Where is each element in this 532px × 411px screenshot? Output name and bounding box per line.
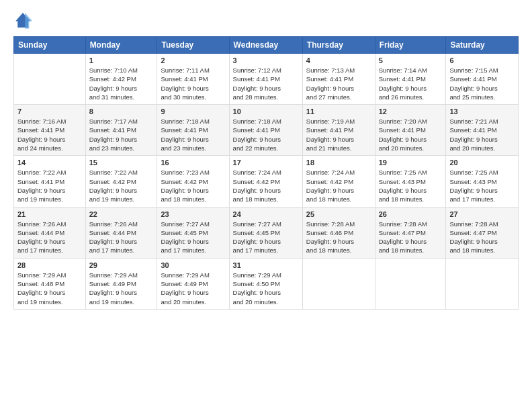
calendar-cell: 8Sunrise: 7:17 AM Sunset: 4:41 PM Daylig…: [85, 105, 157, 156]
day-number: 28: [17, 261, 82, 269]
day-info: Sunrise: 7:21 AM Sunset: 4:41 PM Dayligh…: [449, 117, 515, 152]
day-number: 9: [161, 107, 225, 116]
calendar-day-header: Saturday: [446, 37, 519, 54]
calendar-cell: 12Sunrise: 7:20 AM Sunset: 4:41 PM Dayli…: [375, 105, 446, 156]
calendar-cell: 18Sunrise: 7:24 AM Sunset: 4:42 PM Dayli…: [302, 156, 375, 207]
day-info: Sunrise: 7:14 AM Sunset: 4:41 PM Dayligh…: [379, 66, 443, 101]
day-info: Sunrise: 7:28 AM Sunset: 4:47 PM Dayligh…: [449, 220, 515, 255]
calendar-cell: 19Sunrise: 7:25 AM Sunset: 4:43 PM Dayli…: [375, 156, 446, 207]
day-info: Sunrise: 7:26 AM Sunset: 4:44 PM Dayligh…: [89, 220, 154, 255]
calendar-cell: 31Sunrise: 7:29 AM Sunset: 4:50 PM Dayli…: [229, 258, 302, 309]
day-info: Sunrise: 7:23 AM Sunset: 4:42 PM Dayligh…: [161, 168, 225, 203]
day-info: Sunrise: 7:10 AM Sunset: 4:42 PM Dayligh…: [89, 66, 154, 101]
day-number: 30: [161, 261, 225, 269]
calendar-cell: [302, 258, 375, 309]
day-info: Sunrise: 7:29 AM Sunset: 4:48 PM Dayligh…: [17, 271, 82, 306]
day-number: 14: [17, 158, 82, 167]
calendar-cell: 9Sunrise: 7:18 AM Sunset: 4:41 PM Daylig…: [157, 105, 229, 156]
day-info: Sunrise: 7:29 AM Sunset: 4:50 PM Dayligh…: [233, 271, 299, 306]
calendar-cell: 5Sunrise: 7:14 AM Sunset: 4:41 PM Daylig…: [375, 54, 446, 105]
day-number: 1: [89, 56, 154, 64]
day-number: 13: [449, 107, 515, 116]
day-info: Sunrise: 7:29 AM Sunset: 4:49 PM Dayligh…: [161, 271, 225, 306]
calendar-cell: 24Sunrise: 7:27 AM Sunset: 4:45 PM Dayli…: [229, 207, 302, 258]
day-info: Sunrise: 7:11 AM Sunset: 4:41 PM Dayligh…: [161, 66, 225, 101]
day-number: 20: [449, 158, 515, 167]
day-number: 24: [233, 210, 299, 218]
calendar-header-row: SundayMondayTuesdayWednesdayThursdayFrid…: [14, 37, 519, 54]
calendar-week-row: 1Sunrise: 7:10 AM Sunset: 4:42 PM Daylig…: [14, 54, 519, 105]
day-number: 16: [161, 158, 225, 167]
day-info: Sunrise: 7:24 AM Sunset: 4:42 PM Dayligh…: [306, 168, 371, 203]
day-number: 22: [89, 210, 154, 218]
day-number: 5: [379, 56, 443, 64]
calendar-cell: 30Sunrise: 7:29 AM Sunset: 4:49 PM Dayli…: [157, 258, 229, 309]
day-number: 17: [233, 158, 299, 167]
day-info: Sunrise: 7:26 AM Sunset: 4:44 PM Dayligh…: [17, 220, 82, 255]
calendar-day-header: Friday: [375, 37, 446, 54]
day-info: Sunrise: 7:18 AM Sunset: 4:41 PM Dayligh…: [233, 117, 299, 152]
calendar-cell: 17Sunrise: 7:24 AM Sunset: 4:42 PM Dayli…: [229, 156, 302, 207]
day-info: Sunrise: 7:12 AM Sunset: 4:41 PM Dayligh…: [233, 66, 299, 101]
day-number: 7: [17, 107, 82, 116]
calendar-cell: 14Sunrise: 7:22 AM Sunset: 4:41 PM Dayli…: [14, 156, 86, 207]
day-number: 19: [379, 158, 443, 167]
page: SundayMondayTuesdayWednesdayThursdayFrid…: [0, 0, 532, 411]
calendar-cell: 16Sunrise: 7:23 AM Sunset: 4:42 PM Dayli…: [157, 156, 229, 207]
header: [13, 11, 519, 30]
calendar-cell: 21Sunrise: 7:26 AM Sunset: 4:44 PM Dayli…: [14, 207, 86, 258]
calendar-cell: 15Sunrise: 7:22 AM Sunset: 4:42 PM Dayli…: [85, 156, 157, 207]
calendar-cell: 28Sunrise: 7:29 AM Sunset: 4:48 PM Dayli…: [14, 258, 86, 309]
day-number: 21: [17, 210, 82, 218]
calendar-cell: 4Sunrise: 7:13 AM Sunset: 4:41 PM Daylig…: [302, 54, 375, 105]
calendar-day-header: Monday: [85, 37, 157, 54]
calendar-week-row: 7Sunrise: 7:16 AM Sunset: 4:41 PM Daylig…: [14, 105, 519, 156]
day-number: 2: [161, 56, 225, 64]
calendar-cell: [14, 54, 86, 105]
day-number: 31: [233, 261, 299, 269]
calendar-cell: 13Sunrise: 7:21 AM Sunset: 4:41 PM Dayli…: [446, 105, 519, 156]
calendar-cell: 6Sunrise: 7:15 AM Sunset: 4:41 PM Daylig…: [446, 54, 519, 105]
calendar-cell: 29Sunrise: 7:29 AM Sunset: 4:49 PM Dayli…: [85, 258, 157, 309]
calendar-cell: 1Sunrise: 7:10 AM Sunset: 4:42 PM Daylig…: [85, 54, 157, 105]
day-info: Sunrise: 7:27 AM Sunset: 4:45 PM Dayligh…: [161, 220, 225, 255]
calendar-day-header: Wednesday: [229, 37, 302, 54]
calendar-cell: 10Sunrise: 7:18 AM Sunset: 4:41 PM Dayli…: [229, 105, 302, 156]
day-number: 23: [161, 210, 225, 218]
day-number: 10: [233, 107, 299, 116]
day-info: Sunrise: 7:25 AM Sunset: 4:43 PM Dayligh…: [379, 168, 443, 203]
day-number: 11: [306, 107, 371, 116]
calendar-cell: 3Sunrise: 7:12 AM Sunset: 4:41 PM Daylig…: [229, 54, 302, 105]
day-info: Sunrise: 7:13 AM Sunset: 4:41 PM Dayligh…: [306, 66, 371, 101]
day-number: 6: [449, 56, 515, 64]
day-info: Sunrise: 7:20 AM Sunset: 4:41 PM Dayligh…: [379, 117, 443, 152]
day-number: 12: [379, 107, 443, 116]
day-info: Sunrise: 7:18 AM Sunset: 4:41 PM Dayligh…: [161, 117, 225, 152]
day-number: 15: [89, 158, 154, 167]
calendar-cell: 25Sunrise: 7:28 AM Sunset: 4:46 PM Dayli…: [302, 207, 375, 258]
day-info: Sunrise: 7:25 AM Sunset: 4:43 PM Dayligh…: [449, 168, 515, 203]
calendar-cell: 20Sunrise: 7:25 AM Sunset: 4:43 PM Dayli…: [446, 156, 519, 207]
day-info: Sunrise: 7:29 AM Sunset: 4:49 PM Dayligh…: [89, 271, 154, 306]
logo-icon: [13, 11, 32, 30]
logo: [13, 11, 35, 30]
calendar-cell: 23Sunrise: 7:27 AM Sunset: 4:45 PM Dayli…: [157, 207, 229, 258]
calendar-week-row: 21Sunrise: 7:26 AM Sunset: 4:44 PM Dayli…: [14, 207, 519, 258]
calendar-table: SundayMondayTuesdayWednesdayThursdayFrid…: [13, 36, 519, 310]
day-number: 27: [449, 210, 515, 218]
day-info: Sunrise: 7:27 AM Sunset: 4:45 PM Dayligh…: [233, 220, 299, 255]
calendar-cell: 22Sunrise: 7:26 AM Sunset: 4:44 PM Dayli…: [85, 207, 157, 258]
day-info: Sunrise: 7:19 AM Sunset: 4:41 PM Dayligh…: [306, 117, 371, 152]
day-number: 3: [233, 56, 299, 64]
calendar-day-header: Sunday: [14, 37, 86, 54]
calendar-cell: [446, 258, 519, 309]
calendar-cell: 27Sunrise: 7:28 AM Sunset: 4:47 PM Dayli…: [446, 207, 519, 258]
calendar-cell: [375, 258, 446, 309]
calendar-cell: 11Sunrise: 7:19 AM Sunset: 4:41 PM Dayli…: [302, 105, 375, 156]
day-info: Sunrise: 7:28 AM Sunset: 4:47 PM Dayligh…: [379, 220, 443, 255]
day-number: 4: [306, 56, 371, 64]
day-info: Sunrise: 7:15 AM Sunset: 4:41 PM Dayligh…: [449, 66, 515, 101]
calendar-cell: 26Sunrise: 7:28 AM Sunset: 4:47 PM Dayli…: [375, 207, 446, 258]
day-info: Sunrise: 7:17 AM Sunset: 4:41 PM Dayligh…: [89, 117, 154, 152]
day-info: Sunrise: 7:16 AM Sunset: 4:41 PM Dayligh…: [17, 117, 82, 152]
